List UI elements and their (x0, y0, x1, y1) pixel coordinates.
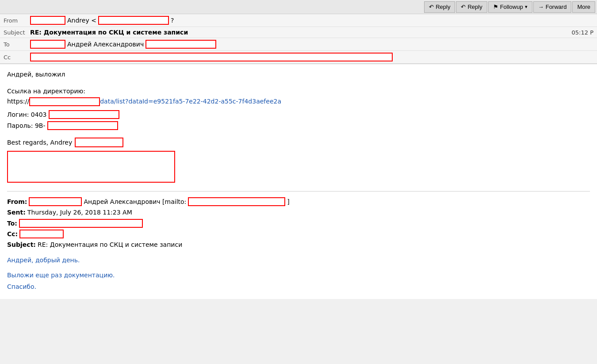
from-value: Andrey < ? (30, 16, 593, 25)
from-row: From Andrey < ? (0, 14, 597, 27)
sig-image-redact (7, 151, 175, 183)
link-url[interactable]: data/list?dataId=e9521fa5-7e22-42d2-a55c… (100, 98, 281, 105)
credentials-section: Логин: 0403 Пароль: 9В- (7, 110, 590, 130)
followup-icon: ⚑ (493, 4, 498, 10)
to-redact2 (145, 40, 216, 49)
password-row: Пароль: 9В- (7, 121, 590, 130)
quoted-sent-row: Sent: Thursday, July 26, 2018 11:23 AM (7, 207, 590, 217)
quoted-from-label: From: (7, 197, 27, 207)
link-prefix: https:// (7, 98, 29, 105)
to-label: To (4, 41, 30, 48)
quoted-subject-row: Subject: RE: Документация по СКЦ и систе… (7, 240, 590, 249)
quoted-cc-row: Cc: (7, 229, 590, 239)
quoted-mailto-redact (188, 197, 285, 206)
quoted-from-redact (29, 197, 82, 206)
forward-button[interactable]: → Forward (533, 1, 572, 13)
followup-button[interactable]: ⚑ Followup ▾ (488, 1, 532, 13)
email-header: From Andrey < ? Subject RE: Документация… (0, 14, 597, 64)
from-closing: ? (171, 17, 174, 24)
from-andrey: Andrey < (67, 17, 96, 24)
to-row: To Андрей Александрович (0, 38, 597, 51)
forward-label: Forward (546, 4, 567, 10)
sig-text: Best regards, Andrey (7, 138, 72, 147)
body-greeting: Андрей, выложил (7, 69, 590, 79)
email-time: 05:12 P (572, 29, 593, 36)
quoted-to-redact (19, 219, 143, 228)
quoted-to-row: To: (7, 218, 590, 228)
email-body: Андрей, выложил Ссылка на директорию: ht… (0, 64, 597, 299)
url-redact (29, 97, 100, 106)
quoted-greeting: Андрей, добрый день. (7, 255, 590, 265)
quoted-cc-redact (19, 230, 64, 238)
more-button[interactable]: More (572, 1, 595, 13)
quoted-header: From: Андрей Александрович [mailto: ] Se… (7, 197, 590, 250)
quoted-mailto-close: ] (287, 197, 289, 207)
quoted-cc-label: Cc: (7, 229, 18, 239)
to-redact1 (30, 40, 65, 49)
from-redact-name (30, 16, 65, 25)
reply-single-button[interactable]: ↶ Reply (424, 1, 455, 13)
reply-single-icon: ↶ (429, 4, 434, 10)
link-section: Ссылка на директорию: https://data/list?… (7, 86, 590, 106)
followup-dropdown-icon: ▾ (525, 4, 528, 10)
sig-name-redact (75, 138, 123, 147)
quoted-line1: Выложи еще раз документацию. (7, 270, 590, 280)
subject-text: RE: Документация по СКЦ и системе записи (30, 29, 572, 36)
sig-row: Best regards, Andrey (7, 138, 590, 147)
to-value: Андрей Александрович (30, 40, 593, 49)
cc-value (30, 53, 593, 61)
quoted-sent-label: Sent: (7, 207, 26, 217)
cc-label: Cc (4, 54, 30, 61)
quoted-sent-value: Thursday, July 26, 2018 11:23 AM (27, 207, 132, 217)
cc-redact (30, 53, 393, 61)
login-text: Логин: 0403 (7, 110, 47, 119)
link-line: https://data/list?dataId=e9521fa5-7e22-4… (7, 96, 590, 106)
subject-label: Subject (4, 29, 30, 36)
from-redact-email (98, 16, 169, 25)
more-label: More (577, 4, 590, 10)
quoted-body: Андрей, добрый день. Выложи еще раз доку… (7, 255, 590, 292)
cc-row: Cc (0, 51, 597, 64)
password-redact (47, 121, 118, 130)
quoted-from-row: From: Андрей Александрович [mailto: ] (7, 197, 590, 207)
email-divider (7, 191, 590, 192)
quoted-subject-label: Subject: (7, 240, 36, 249)
login-row: Логин: 0403 (7, 110, 590, 119)
followup-label: Followup (500, 4, 523, 10)
link-label: Ссылка на директорию: (7, 86, 590, 96)
reply-all-label: Reply (467, 4, 482, 10)
subject-row: Subject RE: Документация по СКЦ и систем… (0, 27, 597, 38)
signature-section: Best regards, Andrey (7, 138, 590, 186)
reply-all-button[interactable]: ↶ Reply (456, 1, 487, 13)
to-name: Андрей Александрович (67, 41, 144, 48)
password-text: Пароль: 9В- (7, 121, 46, 130)
quoted-subject-value: RE: Документация по СКЦ и системе записи (38, 240, 182, 249)
reply-all-icon: ↶ (461, 4, 466, 10)
reply-single-label: Reply (436, 4, 450, 10)
email-toolbar: ↶ Reply ↶ Reply ⚑ Followup ▾ → Forward M… (0, 0, 597, 14)
quoted-line2: Спасибо. (7, 282, 590, 291)
quoted-from-name: Андрей Александрович [mailto: (84, 197, 186, 207)
from-label: From (4, 17, 30, 24)
forward-icon: → (538, 4, 544, 10)
login-redact (49, 110, 119, 119)
quoted-to-label: To: (7, 218, 17, 228)
